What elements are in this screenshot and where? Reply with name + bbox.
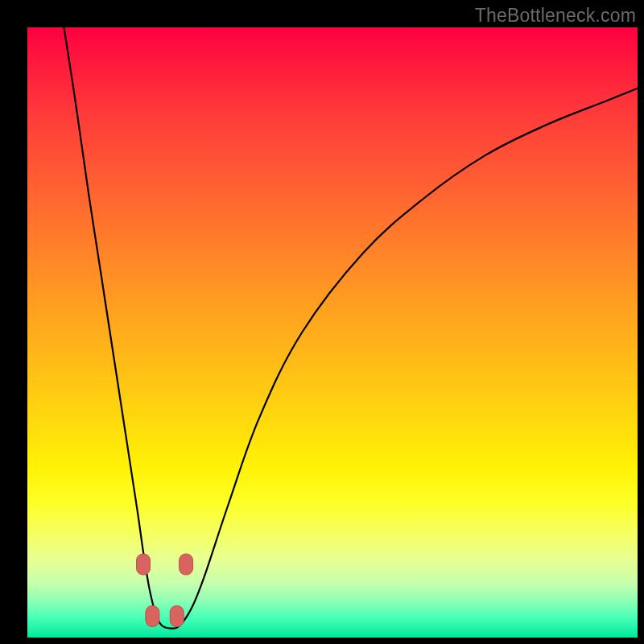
curve-marker-1 — [146, 605, 159, 626]
curve-marker-3 — [180, 554, 193, 575]
chart-panel — [27, 27, 638, 638]
watermark-text: TheBottleneck.com — [475, 5, 636, 27]
curve-marker-0 — [137, 554, 151, 575]
curve-markers — [137, 554, 193, 626]
bottleneck-curve-line — [64, 27, 638, 629]
chart-svg — [27, 27, 638, 638]
outer-frame: TheBottleneck.com — [0, 0, 644, 644]
curve-marker-2 — [170, 605, 184, 626]
